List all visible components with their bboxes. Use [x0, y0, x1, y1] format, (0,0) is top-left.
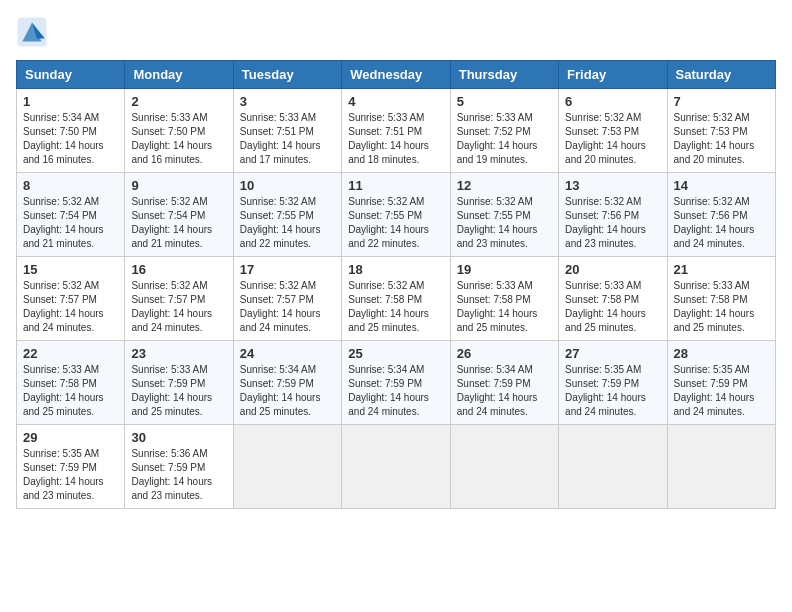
calendar-cell: 18Sunrise: 5:32 AMSunset: 7:58 PMDayligh…: [342, 257, 450, 341]
day-info: Sunrise: 5:34 AMSunset: 7:59 PMDaylight:…: [348, 363, 443, 419]
calendar-cell: [667, 425, 775, 509]
calendar-cell: 10Sunrise: 5:32 AMSunset: 7:55 PMDayligh…: [233, 173, 341, 257]
day-info: Sunrise: 5:33 AMSunset: 7:51 PMDaylight:…: [240, 111, 335, 167]
day-number: 23: [131, 346, 226, 361]
calendar-cell: 13Sunrise: 5:32 AMSunset: 7:56 PMDayligh…: [559, 173, 667, 257]
day-number: 16: [131, 262, 226, 277]
day-info: Sunrise: 5:33 AMSunset: 7:58 PMDaylight:…: [565, 279, 660, 335]
day-info: Sunrise: 5:32 AMSunset: 7:54 PMDaylight:…: [23, 195, 118, 251]
calendar-cell: 4Sunrise: 5:33 AMSunset: 7:51 PMDaylight…: [342, 89, 450, 173]
day-number: 9: [131, 178, 226, 193]
weekday-header-row: SundayMondayTuesdayWednesdayThursdayFrid…: [17, 61, 776, 89]
day-number: 30: [131, 430, 226, 445]
logo: [16, 16, 54, 48]
weekday-header-sunday: Sunday: [17, 61, 125, 89]
day-number: 5: [457, 94, 552, 109]
calendar-cell: 7Sunrise: 5:32 AMSunset: 7:53 PMDaylight…: [667, 89, 775, 173]
day-number: 22: [23, 346, 118, 361]
day-info: Sunrise: 5:32 AMSunset: 7:56 PMDaylight:…: [674, 195, 769, 251]
day-info: Sunrise: 5:32 AMSunset: 7:57 PMDaylight:…: [131, 279, 226, 335]
weekday-header-saturday: Saturday: [667, 61, 775, 89]
day-number: 17: [240, 262, 335, 277]
calendar-cell: 19Sunrise: 5:33 AMSunset: 7:58 PMDayligh…: [450, 257, 558, 341]
day-info: Sunrise: 5:32 AMSunset: 7:55 PMDaylight:…: [348, 195, 443, 251]
calendar-week-row: 1Sunrise: 5:34 AMSunset: 7:50 PMDaylight…: [17, 89, 776, 173]
day-number: 13: [565, 178, 660, 193]
day-number: 26: [457, 346, 552, 361]
day-number: 25: [348, 346, 443, 361]
day-number: 15: [23, 262, 118, 277]
day-info: Sunrise: 5:36 AMSunset: 7:59 PMDaylight:…: [131, 447, 226, 503]
day-info: Sunrise: 5:32 AMSunset: 7:53 PMDaylight:…: [565, 111, 660, 167]
weekday-header-wednesday: Wednesday: [342, 61, 450, 89]
calendar-cell: [559, 425, 667, 509]
calendar-cell: 14Sunrise: 5:32 AMSunset: 7:56 PMDayligh…: [667, 173, 775, 257]
calendar-cell: 3Sunrise: 5:33 AMSunset: 7:51 PMDaylight…: [233, 89, 341, 173]
calendar-cell: 15Sunrise: 5:32 AMSunset: 7:57 PMDayligh…: [17, 257, 125, 341]
day-info: Sunrise: 5:33 AMSunset: 7:51 PMDaylight:…: [348, 111, 443, 167]
calendar-cell: 17Sunrise: 5:32 AMSunset: 7:57 PMDayligh…: [233, 257, 341, 341]
day-info: Sunrise: 5:32 AMSunset: 7:56 PMDaylight:…: [565, 195, 660, 251]
day-number: 20: [565, 262, 660, 277]
day-number: 24: [240, 346, 335, 361]
calendar-cell: 28Sunrise: 5:35 AMSunset: 7:59 PMDayligh…: [667, 341, 775, 425]
calendar-cell: 30Sunrise: 5:36 AMSunset: 7:59 PMDayligh…: [125, 425, 233, 509]
day-info: Sunrise: 5:32 AMSunset: 7:53 PMDaylight:…: [674, 111, 769, 167]
calendar-cell: 12Sunrise: 5:32 AMSunset: 7:55 PMDayligh…: [450, 173, 558, 257]
calendar-cell: 27Sunrise: 5:35 AMSunset: 7:59 PMDayligh…: [559, 341, 667, 425]
day-number: 2: [131, 94, 226, 109]
day-info: Sunrise: 5:32 AMSunset: 7:57 PMDaylight:…: [240, 279, 335, 335]
day-info: Sunrise: 5:34 AMSunset: 7:50 PMDaylight:…: [23, 111, 118, 167]
calendar-cell: 20Sunrise: 5:33 AMSunset: 7:58 PMDayligh…: [559, 257, 667, 341]
calendar-cell: [342, 425, 450, 509]
calendar-cell: 2Sunrise: 5:33 AMSunset: 7:50 PMDaylight…: [125, 89, 233, 173]
calendar-week-row: 22Sunrise: 5:33 AMSunset: 7:58 PMDayligh…: [17, 341, 776, 425]
calendar-week-row: 15Sunrise: 5:32 AMSunset: 7:57 PMDayligh…: [17, 257, 776, 341]
day-info: Sunrise: 5:33 AMSunset: 7:58 PMDaylight:…: [457, 279, 552, 335]
logo-icon: [16, 16, 48, 48]
weekday-header-thursday: Thursday: [450, 61, 558, 89]
day-number: 28: [674, 346, 769, 361]
calendar-cell: 9Sunrise: 5:32 AMSunset: 7:54 PMDaylight…: [125, 173, 233, 257]
calendar-cell: 6Sunrise: 5:32 AMSunset: 7:53 PMDaylight…: [559, 89, 667, 173]
day-info: Sunrise: 5:35 AMSunset: 7:59 PMDaylight:…: [565, 363, 660, 419]
day-info: Sunrise: 5:35 AMSunset: 7:59 PMDaylight:…: [23, 447, 118, 503]
day-info: Sunrise: 5:34 AMSunset: 7:59 PMDaylight:…: [240, 363, 335, 419]
day-info: Sunrise: 5:35 AMSunset: 7:59 PMDaylight:…: [674, 363, 769, 419]
weekday-header-tuesday: Tuesday: [233, 61, 341, 89]
day-number: 4: [348, 94, 443, 109]
day-number: 27: [565, 346, 660, 361]
day-info: Sunrise: 5:33 AMSunset: 7:50 PMDaylight:…: [131, 111, 226, 167]
day-number: 8: [23, 178, 118, 193]
calendar-cell: 24Sunrise: 5:34 AMSunset: 7:59 PMDayligh…: [233, 341, 341, 425]
calendar-cell: 29Sunrise: 5:35 AMSunset: 7:59 PMDayligh…: [17, 425, 125, 509]
day-number: 18: [348, 262, 443, 277]
weekday-header-friday: Friday: [559, 61, 667, 89]
day-info: Sunrise: 5:34 AMSunset: 7:59 PMDaylight:…: [457, 363, 552, 419]
day-info: Sunrise: 5:32 AMSunset: 7:54 PMDaylight:…: [131, 195, 226, 251]
day-info: Sunrise: 5:33 AMSunset: 7:52 PMDaylight:…: [457, 111, 552, 167]
day-number: 12: [457, 178, 552, 193]
page-header: [16, 16, 776, 48]
calendar-cell: 22Sunrise: 5:33 AMSunset: 7:58 PMDayligh…: [17, 341, 125, 425]
day-info: Sunrise: 5:33 AMSunset: 7:59 PMDaylight:…: [131, 363, 226, 419]
calendar-cell: [233, 425, 341, 509]
day-info: Sunrise: 5:33 AMSunset: 7:58 PMDaylight:…: [23, 363, 118, 419]
day-number: 6: [565, 94, 660, 109]
calendar-cell: 1Sunrise: 5:34 AMSunset: 7:50 PMDaylight…: [17, 89, 125, 173]
calendar-cell: 5Sunrise: 5:33 AMSunset: 7:52 PMDaylight…: [450, 89, 558, 173]
calendar-cell: 21Sunrise: 5:33 AMSunset: 7:58 PMDayligh…: [667, 257, 775, 341]
weekday-header-monday: Monday: [125, 61, 233, 89]
calendar-cell: 8Sunrise: 5:32 AMSunset: 7:54 PMDaylight…: [17, 173, 125, 257]
calendar-week-row: 8Sunrise: 5:32 AMSunset: 7:54 PMDaylight…: [17, 173, 776, 257]
day-number: 19: [457, 262, 552, 277]
day-info: Sunrise: 5:32 AMSunset: 7:55 PMDaylight:…: [457, 195, 552, 251]
calendar-cell: 11Sunrise: 5:32 AMSunset: 7:55 PMDayligh…: [342, 173, 450, 257]
day-info: Sunrise: 5:32 AMSunset: 7:57 PMDaylight:…: [23, 279, 118, 335]
calendar-cell: [450, 425, 558, 509]
calendar-week-row: 29Sunrise: 5:35 AMSunset: 7:59 PMDayligh…: [17, 425, 776, 509]
day-number: 21: [674, 262, 769, 277]
calendar-cell: 16Sunrise: 5:32 AMSunset: 7:57 PMDayligh…: [125, 257, 233, 341]
day-number: 1: [23, 94, 118, 109]
day-number: 7: [674, 94, 769, 109]
